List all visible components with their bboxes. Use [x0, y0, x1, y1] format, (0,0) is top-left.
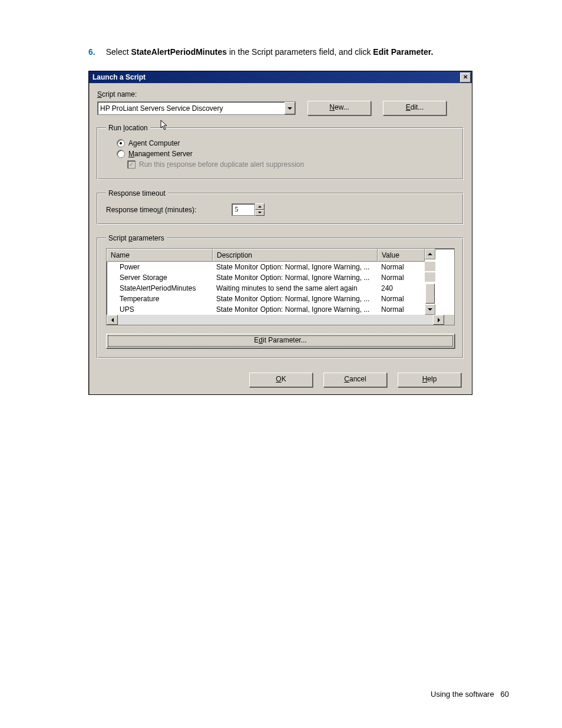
help-button[interactable]: Help: [398, 373, 461, 387]
edit-parameter-button[interactable]: Edit Parameter...: [106, 334, 455, 348]
parameters-table[interactable]: Name Description Value Power State Monit…: [106, 248, 455, 325]
scrollbar-track[interactable]: [425, 272, 435, 282]
instruction-line: 6. Select StateAlertPeriodMinutes in the…: [88, 47, 521, 57]
scroll-right-icon[interactable]: [433, 315, 444, 325]
col-name-header[interactable]: Name: [107, 249, 213, 262]
scriptname-combo[interactable]: [97, 101, 296, 115]
new-button[interactable]: New...: [308, 101, 371, 116]
run-response-checkbox: ✓ Run this response before duplicate ale…: [127, 160, 455, 169]
timeout-spinner[interactable]: [232, 203, 265, 216]
management-server-radio[interactable]: Management Server: [117, 150, 455, 158]
launch-script-dialog: Launch a Script ✕ Script name: New...: [88, 71, 472, 395]
table-cell[interactable]: UPS: [107, 304, 213, 315]
table-cell[interactable]: State Monitor Option: Normal, Ignore War…: [213, 304, 378, 315]
run-location-legend: Run location: [106, 124, 150, 132]
edit-button[interactable]: Edit...: [383, 101, 447, 116]
radio-icon: [117, 139, 125, 147]
run-location-group: Run location Agent Computer Management S…: [97, 124, 464, 180]
table-cell[interactable]: Temperature: [107, 294, 213, 304]
agent-computer-radio[interactable]: Agent Computer: [117, 139, 455, 147]
scrollbar-track[interactable]: [118, 315, 433, 325]
scroll-left-icon[interactable]: [107, 315, 118, 325]
response-timeout-legend: Response timeout: [106, 189, 168, 197]
table-cell[interactable]: Waiting minutes to send the same alert a…: [213, 283, 378, 294]
checkbox-icon: ✓: [127, 160, 135, 169]
scrollbar-corner: [444, 315, 454, 325]
table-cell[interactable]: State Monitor Option: Normal, Ignore War…: [213, 262, 378, 272]
response-timeout-group: Response timeout Response timeout (minut…: [97, 189, 464, 225]
cancel-button[interactable]: Cancel: [323, 373, 387, 387]
table-cell[interactable]: Server Storage: [107, 272, 213, 283]
table-cell[interactable]: StateAlertPeriodMinutes: [107, 283, 213, 294]
table-cell[interactable]: Normal: [378, 262, 425, 272]
step-number: 6.: [88, 47, 95, 57]
instruction-text: Select StateAlertPeriodMinutes in the Sc…: [106, 47, 434, 57]
scrollbar-track[interactable]: [425, 262, 435, 271]
table-cell[interactable]: 240: [378, 283, 425, 294]
table-cell[interactable]: Normal: [378, 272, 425, 283]
dialog-title: Launch a Script: [92, 73, 146, 81]
col-value-header[interactable]: Value: [378, 249, 425, 262]
titlebar[interactable]: Launch a Script ✕: [89, 71, 472, 83]
script-parameters-group: Script parameters Name Description Value…: [97, 234, 464, 358]
radio-icon: [117, 150, 125, 158]
table-cell[interactable]: Power: [107, 262, 213, 272]
table-cell[interactable]: Normal: [378, 294, 425, 304]
response-timeout-label: Response timeout (minutes):: [106, 206, 196, 214]
timeout-input[interactable]: [232, 203, 255, 216]
ok-button[interactable]: OK: [249, 373, 313, 387]
scrollbar-thumb[interactable]: [425, 284, 435, 304]
scriptname-input[interactable]: [98, 104, 285, 113]
script-parameters-legend: Script parameters: [106, 234, 167, 242]
page-footer: Using the software 60: [431, 690, 509, 699]
spinner-up-icon[interactable]: [255, 203, 265, 210]
table-cell[interactable]: State Monitor Option: Normal, Ignore War…: [213, 294, 378, 304]
scroll-up-icon[interactable]: [425, 249, 435, 259]
spinner-down-icon[interactable]: [255, 210, 265, 216]
scriptname-label: Script name:: [97, 90, 464, 98]
table-cell[interactable]: State Monitor Option: Normal, Ignore War…: [213, 272, 378, 283]
close-icon[interactable]: ✕: [460, 73, 471, 83]
col-desc-header[interactable]: Description: [213, 249, 378, 262]
chevron-down-icon[interactable]: [285, 102, 295, 114]
scroll-down-icon[interactable]: [425, 304, 435, 315]
table-cell[interactable]: Normal: [378, 304, 425, 315]
